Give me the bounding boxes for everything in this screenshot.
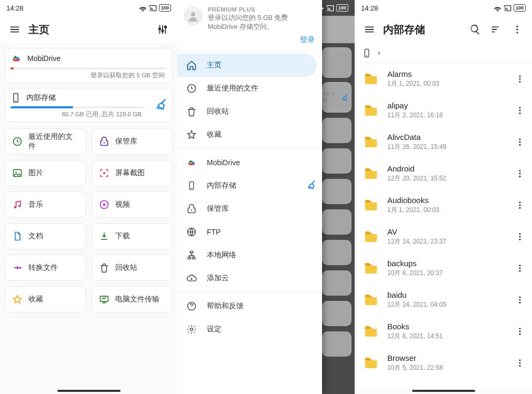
row-more-button[interactable]: [511, 137, 529, 147]
tile-video[interactable]: 视频: [92, 191, 173, 218]
clean-button[interactable]: [305, 179, 317, 192]
star-icon: [12, 294, 23, 305]
row-more-button[interactable]: [511, 232, 529, 241]
nav-favorites[interactable]: 收藏: [177, 123, 322, 146]
mobidrive-card[interactable]: MobiDrive 登录以获取您的 5 GB 空间: [5, 48, 173, 83]
file-row[interactable]: Android12月 20, 2021, 15:52: [355, 158, 532, 189]
phone-files: 14:28 100 内部存储 Alarms1月 1, 2021, 00:03al…: [355, 0, 532, 394]
file-row[interactable]: Books12月 8, 2021, 14:51: [355, 316, 532, 347]
sort-button[interactable]: [486, 24, 507, 35]
nav-mobidrive[interactable]: MobiDrive: [177, 151, 322, 174]
phone-icon: [362, 48, 372, 58]
login-link[interactable]: 登录: [300, 35, 315, 44]
system-nav[interactable]: [177, 388, 355, 394]
trash-icon: [99, 262, 109, 273]
broom-icon: [153, 97, 168, 112]
nav-internal[interactable]: 内部存储: [177, 174, 322, 197]
folder-icon: [362, 166, 380, 181]
tile-screenshots[interactable]: 屏幕截图: [92, 160, 173, 186]
menu-button[interactable]: [4, 24, 25, 35]
nav-trash[interactable]: 回收站: [177, 100, 322, 123]
nav-ftp[interactable]: FTP: [177, 220, 322, 244]
internal-storage-card[interactable]: 内部存储 60.7 GB 已用, 总共 128.0 GB: [5, 88, 173, 122]
file-row[interactable]: AlivcData11月 26, 2021, 15:49: [355, 126, 532, 158]
phone-icon: [11, 93, 21, 103]
play-icon: [99, 199, 109, 210]
file-row[interactable]: backups10月 8, 2021, 20:37: [355, 252, 532, 284]
nav-label: 主页: [207, 60, 222, 70]
more-icon: [515, 358, 525, 368]
tile-docs[interactable]: 文档: [5, 223, 86, 249]
nav-recent[interactable]: 最近使用的文件: [177, 77, 322, 100]
folder-icon: [362, 260, 380, 276]
file-name: AlivcData: [387, 133, 504, 142]
file-name: backups: [387, 259, 504, 268]
folder-icon: [362, 197, 380, 213]
tile-recent[interactable]: 最近使用的文件: [5, 128, 86, 155]
menu-button[interactable]: [359, 24, 380, 35]
file-name: Audiobooks: [387, 196, 504, 205]
background-peek: GB 空间: [322, 16, 355, 388]
filter-button[interactable]: [152, 24, 173, 35]
tile-pc-transfer[interactable]: 电脑文件传输: [92, 286, 173, 312]
search-button[interactable]: [465, 24, 486, 35]
file-row[interactable]: Browser10月 5, 2021, 22:58: [355, 347, 532, 379]
doc-icon: [12, 231, 23, 241]
file-row[interactable]: AV12月 14, 2021, 23:37: [355, 221, 532, 252]
tile-favorites[interactable]: 收藏: [5, 286, 86, 312]
tile-label: 电脑文件传输: [115, 295, 159, 304]
tile-trash[interactable]: 回收站: [92, 255, 173, 281]
home-icon: [186, 60, 197, 70]
system-nav[interactable]: [355, 388, 532, 394]
more-icon: [515, 169, 525, 178]
nav-lan[interactable]: 本地网络: [177, 244, 322, 267]
tile-label: 最近使用的文件: [28, 132, 79, 151]
cast-icon: [149, 4, 157, 12]
nav-home[interactable]: 主页: [177, 54, 317, 77]
file-row[interactable]: Audiobooks1月 1, 2021, 00:03: [355, 189, 532, 221]
clean-button[interactable]: [153, 97, 168, 114]
tile-convert[interactable]: 转换文件: [5, 255, 86, 281]
nav-settings[interactable]: 设定: [177, 318, 322, 341]
row-more-button[interactable]: [511, 169, 529, 178]
row-more-button[interactable]: [511, 295, 529, 305]
more-button[interactable]: [507, 24, 528, 35]
nav-list: 主页 最近使用的文件 回收站 收藏 MobiDrive 内部存储 保管库 FTP…: [177, 54, 322, 394]
tile-label: 图片: [28, 168, 43, 178]
status-time: 14:28: [184, 4, 201, 12]
file-meta: 12月 24, 2021, 04:05: [387, 300, 504, 309]
file-name: alipay: [387, 101, 504, 110]
tile-vault[interactable]: 保管库: [92, 128, 173, 155]
tile-label: 转换文件: [28, 263, 58, 272]
file-row[interactable]: Alarms1月 1, 2021, 00:03: [355, 63, 532, 95]
file-row[interactable]: baidu12月 24, 2021, 04:05: [355, 284, 532, 316]
tile-images[interactable]: 图片: [5, 160, 86, 186]
star-icon: [186, 129, 197, 140]
nav-addcloud[interactable]: 添加云: [177, 267, 322, 290]
battery-icon: 100: [514, 4, 526, 12]
convert-icon: [12, 262, 23, 273]
tile-downloads[interactable]: 下载: [92, 223, 173, 249]
cast-icon: [326, 4, 334, 12]
tile-music[interactable]: 音乐: [5, 191, 86, 218]
broom-icon: [340, 92, 349, 103]
file-meta: 10月 8, 2021, 20:37: [387, 269, 504, 278]
row-more-button[interactable]: [511, 264, 529, 273]
nav-vault[interactable]: 保管库: [177, 197, 322, 220]
system-nav[interactable]: [0, 388, 177, 394]
row-more-button[interactable]: [511, 327, 529, 336]
battery-icon: 100: [159, 4, 171, 12]
row-more-button[interactable]: [511, 358, 529, 368]
pc-icon: [99, 294, 109, 305]
row-more-button[interactable]: [511, 106, 529, 115]
menu-icon: [9, 24, 21, 35]
file-meta: 1月 1, 2021, 00:03: [387, 79, 504, 88]
wifi-icon: [494, 4, 501, 12]
row-more-button[interactable]: [511, 200, 529, 210]
more-icon: [515, 74, 525, 84]
row-more-button[interactable]: [511, 74, 529, 84]
file-row[interactable]: alipay11月 2, 2021, 16:18: [355, 95, 532, 126]
breadcrumb[interactable]: [355, 43, 532, 63]
nav-help[interactable]: 帮助和反馈: [177, 295, 322, 318]
more-icon: [515, 295, 525, 305]
